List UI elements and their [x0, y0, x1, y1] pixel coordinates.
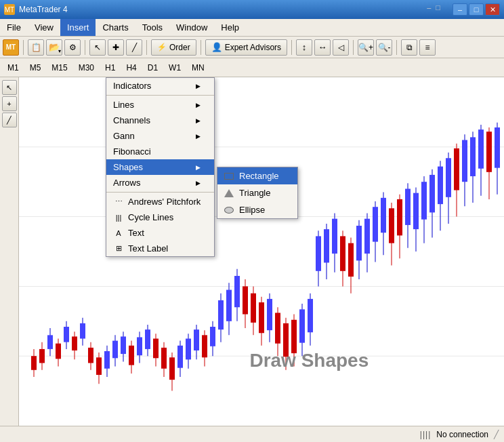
svg-rect-42	[177, 346, 183, 368]
menu-insert[interactable]: Insert	[60, 19, 96, 36]
tb-new-button[interactable]: 📋	[28, 39, 44, 56]
toolbar-sep7	[396, 40, 397, 55]
maximize-button[interactable]: □	[469, 3, 484, 16]
status-line-icon: ╱	[494, 430, 499, 439]
menu-arrows[interactable]: Arrows	[106, 175, 214, 190]
menu-sep2	[106, 192, 214, 193]
svg-rect-22	[96, 357, 102, 375]
svg-rect-6	[31, 356, 37, 370]
tf-m5[interactable]: M5	[25, 60, 46, 75]
svg-rect-72	[299, 309, 305, 342]
tb-line-button[interactable]: ╱	[126, 39, 142, 56]
tb-crosshair-button[interactable]: ✚	[108, 39, 124, 56]
toolbar-sep5	[291, 40, 292, 55]
svg-rect-56	[234, 276, 240, 307]
lt-crosshair-button[interactable]: +	[2, 96, 17, 111]
menu-lines[interactable]: Lines	[106, 97, 214, 113]
status-connection: No connection	[436, 430, 488, 439]
title-bar-controls: – □ – □ ✕	[427, 3, 500, 16]
tf-m30[interactable]: M30	[74, 60, 99, 75]
menu-tools[interactable]: Tools	[135, 19, 169, 36]
svg-rect-14	[64, 327, 69, 342]
svg-rect-108	[446, 158, 451, 197]
tf-m15[interactable]: M15	[47, 60, 72, 75]
insert-dropdown: Indicators Lines Channels Gann Fibonacci…	[106, 77, 215, 257]
svg-rect-98	[405, 188, 411, 224]
tb-open-button[interactable]: 📂 ▾	[46, 39, 62, 56]
tb-period-button[interactable]: ⧉	[401, 39, 417, 56]
close-button[interactable]: ✕	[485, 3, 500, 16]
tb-order-label[interactable]: ⚡ Order	[151, 39, 196, 56]
cyclelines-icon: |||	[113, 214, 124, 222]
svg-rect-54	[226, 290, 232, 321]
menu-textlabel[interactable]: ⊞ Text Label	[106, 241, 214, 256]
tb-zoomin-button[interactable]: 🔍+	[358, 39, 374, 56]
app-icon: MT	[4, 4, 15, 15]
svg-rect-0	[19, 77, 504, 426]
minimize-button[interactable]: –	[453, 3, 467, 16]
svg-rect-84	[348, 243, 354, 277]
pitchfork-icon: ⋯	[113, 197, 124, 206]
lt-arrow-button[interactable]: ↖	[2, 80, 17, 95]
shape-rectangle[interactable]: Rectangle	[217, 167, 297, 184]
svg-rect-30	[129, 346, 134, 365]
tb-settings-button[interactable]: ⚙	[64, 39, 81, 56]
ellipse-icon	[224, 207, 234, 214]
svg-rect-118	[486, 132, 492, 172]
menu-charts[interactable]: Charts	[96, 19, 135, 36]
lt-line-button[interactable]: ╱	[2, 113, 17, 127]
menu-text[interactable]: A Text	[106, 225, 214, 241]
menu-view[interactable]: View	[28, 19, 60, 36]
chart-area: Draw Shapes Indicators Lines Channels Ga…	[19, 77, 504, 426]
tb-zoomout-button[interactable]: 🔍-	[376, 39, 392, 56]
svg-rect-74	[308, 299, 313, 332]
svg-rect-102	[421, 182, 427, 220]
tf-m1[interactable]: M1	[3, 60, 24, 75]
svg-rect-92	[381, 198, 386, 233]
toolbar-sep4	[201, 40, 201, 55]
svg-rect-16	[72, 336, 77, 350]
tf-h4[interactable]: H4	[121, 60, 141, 75]
tb-chart1-button[interactable]: ↕	[296, 39, 312, 56]
menu-pitchfork[interactable]: ⋯ Andrews' Pitchfork	[106, 194, 214, 209]
svg-rect-10	[47, 335, 53, 349]
svg-rect-110	[454, 148, 459, 190]
menu-cyclelines[interactable]: ||| Cycle Lines	[106, 209, 214, 225]
svg-rect-8	[39, 349, 45, 363]
tb-pointer-button[interactable]: ↖	[89, 39, 106, 56]
menu-indicators[interactable]: Indicators	[106, 78, 214, 94]
svg-rect-18	[80, 323, 85, 339]
svg-rect-114	[470, 137, 476, 176]
tf-d1[interactable]: D1	[143, 60, 163, 75]
left-toolbar: ↖ + ╱	[0, 77, 19, 426]
menu-fibonacci[interactable]: Fibonacci	[106, 144, 214, 159]
tb-chart3-button[interactable]: ◁	[333, 39, 349, 56]
tb-expert-button[interactable]: 👤 Expert Advisors	[205, 39, 287, 56]
tb-template-button[interactable]: ≡	[419, 39, 436, 56]
menu-channels[interactable]: Channels	[106, 113, 214, 128]
svg-rect-64	[267, 299, 272, 330]
menu-shapes[interactable]: Shapes	[106, 159, 214, 175]
toolbar-sep1	[23, 40, 24, 55]
svg-rect-32	[137, 337, 142, 355]
tf-w1[interactable]: W1	[164, 60, 186, 75]
menu-help[interactable]: Help	[214, 19, 246, 36]
chart-svg	[19, 77, 504, 426]
tf-mn[interactable]: MN	[187, 60, 209, 75]
menu-window[interactable]: Window	[169, 19, 214, 36]
tb-chart2-button[interactable]: ↔	[314, 39, 331, 56]
status-indicator: ||||	[420, 430, 431, 439]
svg-rect-100	[413, 193, 419, 229]
svg-rect-48	[202, 335, 207, 357]
menu-file[interactable]: File	[0, 19, 28, 36]
svg-rect-120	[495, 127, 500, 168]
shape-ellipse[interactable]: Ellipse	[217, 201, 297, 218]
svg-rect-88	[364, 219, 370, 254]
menu-gann[interactable]: Gann	[106, 128, 214, 144]
shape-triangle[interactable]: Triangle	[217, 184, 297, 201]
svg-rect-86	[356, 226, 362, 260]
svg-rect-80	[332, 219, 337, 254]
tf-h1[interactable]: H1	[100, 60, 120, 75]
tb-app-icon[interactable]: MT	[3, 39, 19, 56]
svg-rect-60	[251, 294, 256, 323]
